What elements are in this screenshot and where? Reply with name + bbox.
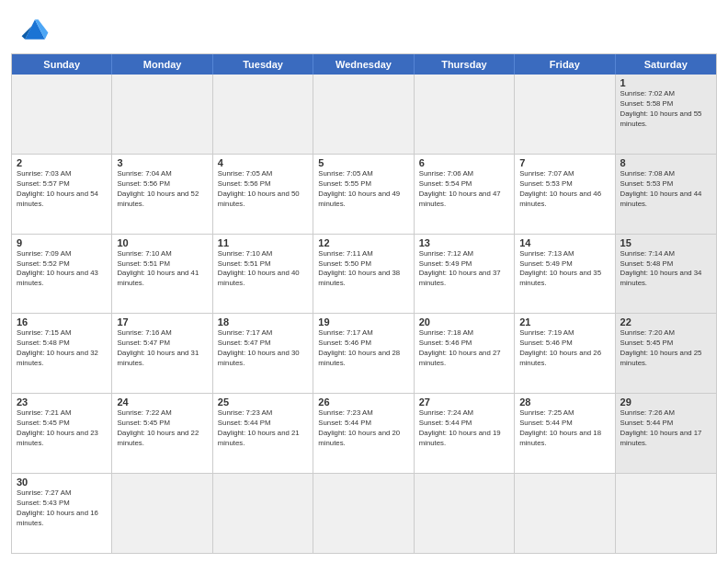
calendar-empty-cell <box>112 75 212 154</box>
calendar-day-5: 5Sunrise: 7:05 AM Sunset: 5:55 PM Daylig… <box>313 155 414 234</box>
calendar-day-18: 18Sunrise: 7:17 AM Sunset: 5:47 PM Dayli… <box>213 314 313 393</box>
calendar-week-2: 2Sunrise: 7:03 AM Sunset: 5:57 PM Daylig… <box>12 154 716 234</box>
calendar-day-10: 10Sunrise: 7:10 AM Sunset: 5:51 PM Dayli… <box>112 235 212 314</box>
day-info: Sunrise: 7:06 AM Sunset: 5:54 PM Dayligh… <box>419 169 509 210</box>
day-number: 11 <box>218 237 308 248</box>
day-info: Sunrise: 7:13 AM Sunset: 5:49 PM Dayligh… <box>519 249 609 290</box>
calendar-day-27: 27Sunrise: 7:24 AM Sunset: 5:44 PM Dayli… <box>415 394 515 473</box>
day-info: Sunrise: 7:05 AM Sunset: 5:55 PM Dayligh… <box>318 169 408 210</box>
day-header-saturday: Saturday <box>616 54 716 75</box>
calendar-empty-cell <box>12 75 112 154</box>
day-number: 8 <box>620 157 711 168</box>
day-info: Sunrise: 7:10 AM Sunset: 5:51 PM Dayligh… <box>218 249 308 290</box>
day-number: 27 <box>419 396 509 408</box>
day-info: Sunrise: 7:19 AM Sunset: 5:46 PM Dayligh… <box>519 328 609 369</box>
day-number: 17 <box>117 316 207 327</box>
day-info: Sunrise: 7:16 AM Sunset: 5:47 PM Dayligh… <box>117 328 207 369</box>
calendar-week-3: 9Sunrise: 7:09 AM Sunset: 5:52 PM Daylig… <box>12 234 716 314</box>
calendar-day-19: 19Sunrise: 7:17 AM Sunset: 5:46 PM Dayli… <box>313 314 414 393</box>
day-number: 10 <box>117 237 207 248</box>
calendar-day-7: 7Sunrise: 7:07 AM Sunset: 5:53 PM Daylig… <box>515 155 615 234</box>
day-number: 21 <box>519 316 609 327</box>
generalblue-logo-icon <box>18 13 51 46</box>
day-number: 9 <box>17 237 107 248</box>
calendar-day-3: 3Sunrise: 7:04 AM Sunset: 5:56 PM Daylig… <box>112 155 212 234</box>
day-number: 20 <box>419 316 509 327</box>
calendar-header: SundayMondayTuesdayWednesdayThursdayFrid… <box>12 54 716 75</box>
calendar-day-20: 20Sunrise: 7:18 AM Sunset: 5:46 PM Dayli… <box>415 314 515 393</box>
day-info: Sunrise: 7:15 AM Sunset: 5:48 PM Dayligh… <box>17 328 107 369</box>
day-info: Sunrise: 7:11 AM Sunset: 5:50 PM Dayligh… <box>318 249 408 290</box>
page: SundayMondayTuesdayWednesdayThursdayFrid… <box>0 0 728 563</box>
calendar-empty-cell <box>415 474 515 553</box>
calendar-day-8: 8Sunrise: 7:08 AM Sunset: 5:53 PM Daylig… <box>616 155 716 234</box>
calendar-empty-cell <box>112 474 212 553</box>
day-info: Sunrise: 7:02 AM Sunset: 5:58 PM Dayligh… <box>620 89 711 130</box>
calendar-day-21: 21Sunrise: 7:19 AM Sunset: 5:46 PM Dayli… <box>515 314 615 393</box>
day-header-sunday: Sunday <box>12 54 112 75</box>
calendar-day-13: 13Sunrise: 7:12 AM Sunset: 5:49 PM Dayli… <box>415 235 515 314</box>
calendar-empty-cell <box>515 75 615 154</box>
calendar-day-23: 23Sunrise: 7:21 AM Sunset: 5:45 PM Dayli… <box>12 394 112 473</box>
day-number: 2 <box>17 157 107 168</box>
day-number: 7 <box>519 157 609 168</box>
day-number: 6 <box>419 157 509 168</box>
day-info: Sunrise: 7:14 AM Sunset: 5:48 PM Dayligh… <box>620 249 711 290</box>
day-number: 1 <box>620 77 711 88</box>
calendar-body: 1Sunrise: 7:02 AM Sunset: 5:58 PM Daylig… <box>12 75 716 553</box>
calendar-empty-cell <box>213 474 313 553</box>
day-header-wednesday: Wednesday <box>313 54 414 75</box>
day-info: Sunrise: 7:23 AM Sunset: 5:44 PM Dayligh… <box>318 408 408 449</box>
day-number: 5 <box>318 157 408 168</box>
calendar: SundayMondayTuesdayWednesdayThursdayFrid… <box>11 53 717 554</box>
calendar-week-6: 30Sunrise: 7:27 AM Sunset: 5:43 PM Dayli… <box>12 473 716 553</box>
day-info: Sunrise: 7:18 AM Sunset: 5:46 PM Dayligh… <box>419 328 509 369</box>
day-header-tuesday: Tuesday <box>213 54 313 75</box>
calendar-empty-cell <box>313 474 414 553</box>
day-info: Sunrise: 7:20 AM Sunset: 5:45 PM Dayligh… <box>620 328 711 369</box>
calendar-day-25: 25Sunrise: 7:23 AM Sunset: 5:44 PM Dayli… <box>213 394 313 473</box>
day-number: 28 <box>519 396 609 408</box>
calendar-day-6: 6Sunrise: 7:06 AM Sunset: 5:54 PM Daylig… <box>415 155 515 234</box>
day-info: Sunrise: 7:25 AM Sunset: 5:44 PM Dayligh… <box>519 408 609 449</box>
day-number: 12 <box>318 237 408 248</box>
day-number: 3 <box>117 157 207 168</box>
day-info: Sunrise: 7:17 AM Sunset: 5:46 PM Dayligh… <box>318 328 408 369</box>
header <box>0 0 728 53</box>
calendar-empty-cell <box>415 75 515 154</box>
day-info: Sunrise: 7:21 AM Sunset: 5:45 PM Dayligh… <box>17 408 107 449</box>
calendar-day-26: 26Sunrise: 7:23 AM Sunset: 5:44 PM Dayli… <box>313 394 414 473</box>
calendar-day-16: 16Sunrise: 7:15 AM Sunset: 5:48 PM Dayli… <box>12 314 112 393</box>
day-header-monday: Monday <box>112 54 212 75</box>
calendar-day-2: 2Sunrise: 7:03 AM Sunset: 5:57 PM Daylig… <box>12 155 112 234</box>
day-number: 15 <box>620 237 711 248</box>
calendar-week-1: 1Sunrise: 7:02 AM Sunset: 5:58 PM Daylig… <box>12 75 716 154</box>
calendar-week-4: 16Sunrise: 7:15 AM Sunset: 5:48 PM Dayli… <box>12 313 716 393</box>
day-info: Sunrise: 7:07 AM Sunset: 5:53 PM Dayligh… <box>519 169 609 210</box>
calendar-day-1: 1Sunrise: 7:02 AM Sunset: 5:58 PM Daylig… <box>616 75 716 154</box>
day-number: 30 <box>17 477 107 488</box>
day-info: Sunrise: 7:03 AM Sunset: 5:57 PM Dayligh… <box>17 169 107 210</box>
day-number: 16 <box>17 316 107 327</box>
calendar-empty-cell <box>616 474 716 553</box>
day-info: Sunrise: 7:08 AM Sunset: 5:53 PM Dayligh… <box>620 169 711 210</box>
day-number: 26 <box>318 396 408 408</box>
calendar-empty-cell <box>515 474 615 553</box>
day-number: 24 <box>117 396 207 408</box>
day-header-thursday: Thursday <box>415 54 515 75</box>
day-info: Sunrise: 7:10 AM Sunset: 5:51 PM Dayligh… <box>117 249 207 290</box>
day-number: 22 <box>620 316 711 327</box>
day-info: Sunrise: 7:24 AM Sunset: 5:44 PM Dayligh… <box>419 408 509 449</box>
calendar-day-17: 17Sunrise: 7:16 AM Sunset: 5:47 PM Dayli… <box>112 314 212 393</box>
day-number: 18 <box>218 316 308 327</box>
logo <box>18 13 57 46</box>
calendar-day-15: 15Sunrise: 7:14 AM Sunset: 5:48 PM Dayli… <box>616 235 716 314</box>
calendar-day-4: 4Sunrise: 7:05 AM Sunset: 5:56 PM Daylig… <box>213 155 313 234</box>
day-info: Sunrise: 7:22 AM Sunset: 5:45 PM Dayligh… <box>117 408 207 449</box>
day-info: Sunrise: 7:04 AM Sunset: 5:56 PM Dayligh… <box>117 169 207 210</box>
calendar-day-29: 29Sunrise: 7:26 AM Sunset: 5:44 PM Dayli… <box>616 394 716 473</box>
calendar-day-28: 28Sunrise: 7:25 AM Sunset: 5:44 PM Dayli… <box>515 394 615 473</box>
calendar-day-12: 12Sunrise: 7:11 AM Sunset: 5:50 PM Dayli… <box>313 235 414 314</box>
day-info: Sunrise: 7:23 AM Sunset: 5:44 PM Dayligh… <box>218 408 308 449</box>
day-info: Sunrise: 7:27 AM Sunset: 5:43 PM Dayligh… <box>17 488 107 529</box>
